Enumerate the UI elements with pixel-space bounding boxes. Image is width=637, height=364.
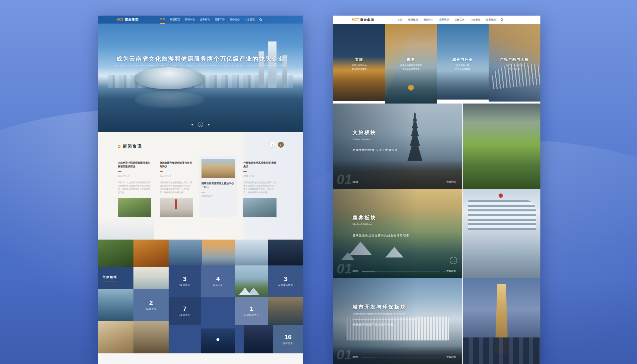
section-photo-white-building[interactable] (463, 189, 540, 278)
stat-number: 1 (250, 305, 254, 313)
pagination-dot[interactable] (208, 124, 209, 125)
section-copy: 文旅板块 Culture Tourism 品牌文旅目的地 专业开发运营商 (353, 129, 416, 152)
section-photo-waterfall[interactable]: 城市开发与环保板块 Urban Development & Environmen… (333, 278, 462, 364)
section-photo-tents-sunset[interactable]: 康养板块 Health & Wellness 健康生活新居所运营商及品质生活管理… (333, 189, 462, 278)
news-card[interactable]: 行稳致远推动高质量发展 康旅集团… 2021-04-12 为实现现代企业制度建立… (243, 161, 277, 217)
stat-tile-brand-hotels[interactable]: 16 品牌酒店 (273, 325, 303, 353)
news-card-title[interactable]: 文山州委书记调研集团所属文旅项目建设情况… (118, 161, 151, 168)
nav-item-home[interactable]: 首页 (160, 16, 165, 24)
nav-item-about[interactable]: 集团概况 (170, 16, 180, 24)
search-icon[interactable] (501, 18, 504, 21)
news-carousel-arrows: ‹ › (269, 142, 284, 148)
nav-item-party[interactable]: 党建工作 (455, 16, 465, 24)
section-photo-tower-dusk[interactable] (463, 278, 540, 364)
column-line2: 产业小镇引领者 (437, 68, 489, 71)
section-subtitle: Health & Wellness (353, 223, 416, 226)
progress-bar[interactable] (362, 182, 440, 182)
news-card-list: 文山州委书记调研集团所属文旅项目建设情况… 2021-04-12 5月2日，文山… (118, 161, 284, 217)
news-card-excerpt: 为实现现代企业制度建立基础，增强各级管理人员的合规经营意识，提升法律风险防控能力… (243, 181, 277, 194)
stat-tile-4a-scenic[interactable]: 7 4A级景区 (169, 297, 201, 325)
news-card-title[interactable]: 国家自然资源部国土整治中心一行… (201, 182, 235, 189)
news-card-photo (160, 198, 193, 217)
area-label-tile[interactable]: 文旅领域 (98, 267, 133, 289)
column-title: 产投产融与金融 (489, 57, 540, 62)
news-card[interactable]: 文山州委书记调研集团所属文旅项目建设情况… 2021-04-12 5月2日，文山… (118, 161, 151, 217)
section-copy: 康养板块 Health & Wellness 健康生活新居所运营商及品质生活管理… (353, 215, 416, 238)
scroll-down-button[interactable]: ↓ (408, 85, 414, 91)
prev-arrow-button[interactable]: ‹ (269, 142, 275, 148)
column-line1: 健康生活新居所运营商 (385, 64, 437, 67)
view-details-link[interactable]: 查看详情 (443, 355, 456, 359)
divider (160, 171, 163, 172)
news-card-date: 2021-04-12 (118, 175, 151, 177)
divider (353, 319, 416, 320)
business-columns: 文旅 品牌文旅目的地 专业开发运营商 康养 健康生活新居所运营商 及品质生活管理… (333, 24, 540, 104)
search-icon[interactable] (259, 18, 262, 21)
column-title: 城开与环保 (437, 57, 489, 62)
nav-item-news[interactable]: 新闻中心 (424, 16, 434, 24)
nav-item-business[interactable]: 业务板块 (200, 16, 210, 24)
nav-item-home[interactable]: 首页 (397, 16, 402, 24)
stat-tile-tourism-town[interactable]: 4 旅游小镇 (201, 265, 235, 297)
nav-item-responsibility[interactable]: 社会责任 (470, 16, 480, 24)
view-details-link[interactable]: 查看详情 (443, 269, 456, 273)
nav-item-contact[interactable]: 联系我们 (486, 16, 496, 24)
divider (118, 171, 121, 172)
divider (353, 145, 416, 145)
next-section-strip (98, 353, 303, 364)
nav-item-party[interactable]: 党建工作 (215, 16, 225, 24)
news-card-photo (243, 198, 277, 217)
news-card[interactable]: 康旅集团与楚雄州签署合作框架协议 2021-04-12 为实现现代企业制度建立基… (160, 161, 193, 217)
logo[interactable]: HCT 康旅集团 (117, 17, 139, 22)
news-card-title[interactable]: 康旅集团与楚雄州签署合作框架协议 (160, 161, 193, 168)
pagination-dot[interactable] (192, 124, 193, 125)
section-progress: 01/06 查看详情 (353, 269, 456, 273)
nav-item-responsibility[interactable]: 社会责任 (230, 16, 240, 24)
column-copy: 文旅 品牌文旅目的地 专业开发运营商 (333, 57, 385, 71)
section-next-button[interactable]: → (450, 257, 457, 264)
stat-tile-selfdrive-platform[interactable]: 1 自驾旅游平台 (235, 297, 268, 325)
main-nav: 首页 集团概况 新闻中心 业务板块 党建工作 社会责任 人才发展 (160, 16, 255, 24)
news-card-title[interactable]: 行稳致远推动高质量发展 康旅集团… (243, 161, 277, 168)
column-culture-tourism[interactable]: 文旅 品牌文旅目的地 专业开发运营商 (333, 24, 385, 101)
next-arrow-button[interactable]: › (278, 142, 284, 148)
stat-tile-camp-projects[interactable]: 3 自驾营地项目 (268, 265, 303, 297)
hero-title: 成为云南省文化旅游和健康服务两个万亿级产业的龙头企业 (98, 55, 303, 63)
news-card-date: 2021-04-12 (201, 195, 235, 197)
nav-item-news[interactable]: 新闻中心 (185, 16, 195, 24)
logo-hct: HCT (117, 17, 123, 21)
photo-tile-night-mountain (268, 240, 303, 265)
logo[interactable]: HCT 康旅集团 (352, 18, 374, 22)
background-mountain-ridge (0, 278, 637, 364)
section-subtitle: Culture Tourism (353, 138, 416, 141)
section-photo-pagoda[interactable]: 文旅板块 Culture Tourism 品牌文旅目的地 专业开发运营商 01 … (333, 104, 462, 189)
nav-item-business[interactable]: 业务板块 (439, 16, 449, 25)
hero-pagination: 2 (98, 122, 303, 127)
stat-tile-5a-scenic[interactable]: 2 5A级景区 (133, 289, 169, 321)
news-card-date: 2021-04-12 (243, 175, 277, 177)
section-title: 康养板块 (353, 215, 416, 221)
stat-label: 自驾营地项目 (278, 284, 293, 287)
business-stats-grid: 文旅领域 2 5A级景区 3 3A级景区 4 旅游小镇 3 自驾营地项目 7 4… (98, 240, 303, 353)
view-details-link[interactable]: 查看详情 (443, 180, 456, 183)
news-card-featured[interactable]: 国家自然资源部国土整治中心一行… 2021-04-12 (199, 156, 237, 217)
column-urban-environment[interactable]: 城开与环保 特色康养主题 产业小镇引领者 (437, 24, 489, 100)
progress-bar[interactable] (362, 357, 440, 357)
news-heading: 新闻资讯 (118, 144, 142, 149)
photo-tile-autumn (133, 240, 169, 267)
news-card-excerpt: 5月2日，文山州委书记到集团所属云南民族文化旅游产业有限公司调研，并听取旅游度假… (118, 181, 151, 194)
nav-item-talent[interactable]: 人才发展 (245, 16, 255, 24)
pagination-current[interactable]: 2 (198, 122, 203, 127)
progress-bar[interactable] (362, 271, 440, 271)
news-section: 新闻资讯 ‹ › 文山州委书记调研集团所属文旅项目建设情况… 2021-04-1… (98, 132, 303, 240)
column-health-wellness[interactable]: 康养 健康生活新居所运营商 及品质生活管理者 ↓ (385, 24, 437, 104)
main-nav: 首页 集团概况 新闻中心 业务板块 党建工作 社会责任 联系我们 (397, 16, 496, 25)
nav-item-about[interactable]: 集团概况 (408, 16, 418, 24)
landmark-reflection (134, 91, 204, 108)
stat-tile-3a-scenic[interactable]: 3 3A级景区 (169, 265, 201, 297)
section-photo-green-fields[interactable] (463, 104, 540, 189)
building-windows (468, 200, 536, 230)
column-line1: 生态魅力城乡专业 (489, 64, 540, 67)
stat-label: 品牌酒店 (283, 342, 293, 345)
column-industry-finance[interactable]: 产投产融与金融 生态魅力城乡专业 开发服务商 (489, 24, 540, 102)
